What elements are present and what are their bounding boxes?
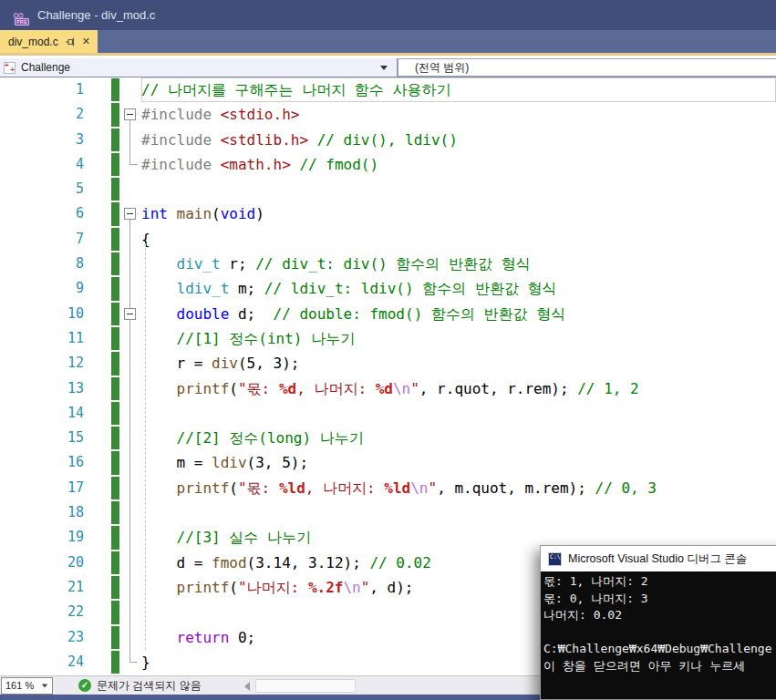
- visual-studio-icon: ∞ PRE: [9, 6, 27, 25]
- scope-dropdown[interactable]: ++ Challenge: [0, 58, 398, 77]
- line-number: 6: [0, 201, 91, 226]
- line-number: 16: [0, 450, 91, 475]
- code-text[interactable]: printf("몫: %ld, 나머지: %ld\n", m.quot, m.r…: [141, 476, 776, 500]
- line-number: 3: [0, 128, 91, 152]
- code-text[interactable]: //[1] 정수(int) 나누기: [141, 326, 776, 351]
- console-title-bar[interactable]: C:\ Microsoft Visual Studio 디버그 콘솔: [541, 546, 776, 571]
- code-text[interactable]: #include <stdio.h>: [141, 102, 776, 127]
- console-output: 몫: 1, 나머지: 2몫: 0, 나머지: 3나머지: 0.02 C:₩Cha…: [541, 571, 776, 699]
- outline-margin: [119, 551, 141, 575]
- outline-margin: [119, 77, 141, 102]
- change-tracking-bar: [111, 626, 119, 649]
- outline-margin: [119, 276, 141, 301]
- code-line[interactable]: 16 m = ldiv(3, 5);: [0, 450, 776, 475]
- scroll-left-icon[interactable]: [244, 682, 250, 691]
- code-line[interactable]: 11 //[1] 정수(int) 나누기: [0, 326, 776, 351]
- change-tracking-bar: [111, 551, 119, 574]
- change-tracking-bar: [111, 427, 119, 449]
- scrollbar-thumb[interactable]: [255, 679, 356, 693]
- code-text[interactable]: printf("몫: %d, 나머지: %d\n", r.quot, r.rem…: [141, 376, 776, 401]
- code-line[interactable]: 2#include <stdio.h>: [0, 102, 776, 127]
- code-line[interactable]: 3#include <stdlib.h> // div(), ldiv(): [0, 128, 776, 152]
- console-title: Microsoft Visual Studio 디버그 콘솔: [568, 551, 747, 567]
- line-number: 23: [0, 625, 91, 650]
- title-bar[interactable]: ∞ PRE Challenge - div_mod.c: [0, 0, 776, 30]
- code-line[interactable]: 14: [0, 401, 776, 426]
- code-line[interactable]: 5: [0, 177, 776, 201]
- fold-toggle-icon[interactable]: [124, 208, 136, 220]
- outline-margin: [119, 252, 141, 276]
- code-line[interactable]: 13 printf("몫: %d, 나머지: %d\n", r.quot, r.…: [0, 376, 776, 401]
- close-icon[interactable]: ✕: [82, 36, 90, 46]
- code-line[interactable]: 17 printf("몫: %ld, 나머지: %ld\n", m.quot, …: [0, 476, 776, 500]
- code-text[interactable]: double d; // double: fmod() 함수의 반환값 형식: [141, 302, 776, 326]
- code-line[interactable]: 9 ldiv_t m; // ldiv_t: ldiv() 함수의 반환값 형식: [0, 276, 776, 301]
- console-line: [543, 624, 776, 642]
- change-tracking-bar: [111, 402, 119, 425]
- fold-toggle-icon[interactable]: [124, 308, 136, 320]
- code-text[interactable]: ldiv_t m; // ldiv_t: ldiv() 함수의 반환값 형식: [141, 276, 776, 301]
- change-tracking-bar: [111, 78, 119, 101]
- code-text[interactable]: [141, 177, 776, 201]
- change-tracking-bar: [111, 129, 119, 151]
- console-app-icon: C:\: [548, 552, 562, 566]
- change-tracking-bar: [111, 178, 119, 201]
- outline-margin: [119, 376, 141, 401]
- code-text[interactable]: // 나머지를 구해주는 나머지 함수 사용하기: [141, 77, 776, 102]
- pin-icon[interactable]: [65, 36, 76, 47]
- code-text[interactable]: int main(void): [141, 201, 776, 226]
- code-line[interactable]: 6int main(void): [0, 201, 776, 226]
- line-number: 4: [0, 152, 91, 177]
- code-line[interactable]: 8 div_t r; // div_t: div() 함수의 반환값 형식: [0, 252, 776, 276]
- tab-div-mod-c[interactable]: div_mod.c ✕: [0, 30, 98, 53]
- outline-margin: [119, 302, 141, 326]
- code-line[interactable]: 15 //[2] 정수(long) 나누기: [0, 426, 776, 450]
- code-text[interactable]: #include <stdlib.h> // div(), ldiv(): [141, 128, 776, 152]
- zoom-select[interactable]: 161 %: [1, 677, 53, 695]
- check-icon: ✓: [78, 679, 91, 692]
- code-text[interactable]: #include <math.h> // fmod(): [141, 152, 776, 177]
- code-line[interactable]: 12 r = div(5, 3);: [0, 351, 776, 376]
- outline-connector: [129, 219, 130, 662]
- member-dropdown[interactable]: (전역 범위): [398, 58, 776, 77]
- code-line[interactable]: 1// 나머지를 구해주는 나머지 함수 사용하기: [0, 77, 776, 102]
- change-tracking-bar: [111, 252, 119, 275]
- scope-dropdown-value: Challenge: [21, 61, 375, 74]
- line-number: 18: [0, 500, 91, 525]
- outline-margin: [119, 525, 141, 550]
- line-number: 10: [0, 302, 91, 326]
- cpp-project-icon: ++: [4, 62, 16, 74]
- change-tracking-bar: [111, 303, 119, 325]
- change-tracking-bar: [111, 202, 119, 225]
- code-text[interactable]: r = div(5, 3);: [141, 351, 776, 376]
- code-text[interactable]: [141, 500, 776, 525]
- code-text[interactable]: m = ldiv(3, 5);: [141, 450, 776, 475]
- horizontal-scrollbar[interactable]: [239, 676, 541, 695]
- line-number: 14: [0, 401, 91, 426]
- code-health-indicator[interactable]: ✓ 문제가 검색되지 않음: [78, 678, 202, 694]
- outline-margin: [119, 401, 141, 426]
- code-line[interactable]: 10 double d; // double: fmod() 함수의 반환값 형…: [0, 302, 776, 326]
- indent-guide: [145, 243, 146, 650]
- console-line: 이 창을 닫으려면 아무 키나 누르세: [543, 658, 776, 675]
- code-text[interactable]: {: [141, 227, 776, 252]
- line-number: 9: [0, 276, 91, 301]
- tab-label: div_mod.c: [8, 36, 58, 48]
- debug-console-window: C:\ Microsoft Visual Studio 디버그 콘솔 몫: 1,…: [540, 545, 776, 700]
- code-text[interactable]: div_t r; // div_t: div() 함수의 반환값 형식: [141, 252, 776, 276]
- code-line[interactable]: 7{: [0, 227, 776, 252]
- code-line[interactable]: 18: [0, 500, 776, 525]
- code-text[interactable]: //[2] 정수(long) 나누기: [141, 426, 776, 450]
- line-number: 24: [0, 650, 91, 674]
- code-line[interactable]: 4#include <math.h> // fmod(): [0, 152, 776, 177]
- member-dropdown-value: (전역 범위): [415, 60, 469, 76]
- line-number: 17: [0, 476, 91, 500]
- fold-toggle-icon[interactable]: [124, 108, 136, 120]
- zoom-level: 161 %: [2, 680, 41, 691]
- code-text[interactable]: [141, 401, 776, 426]
- change-tracking-bar: [111, 377, 119, 400]
- change-tracking-bar: [111, 526, 119, 549]
- outline-margin: [119, 500, 141, 525]
- outline-margin: [119, 476, 141, 500]
- outline-margin: [119, 600, 141, 624]
